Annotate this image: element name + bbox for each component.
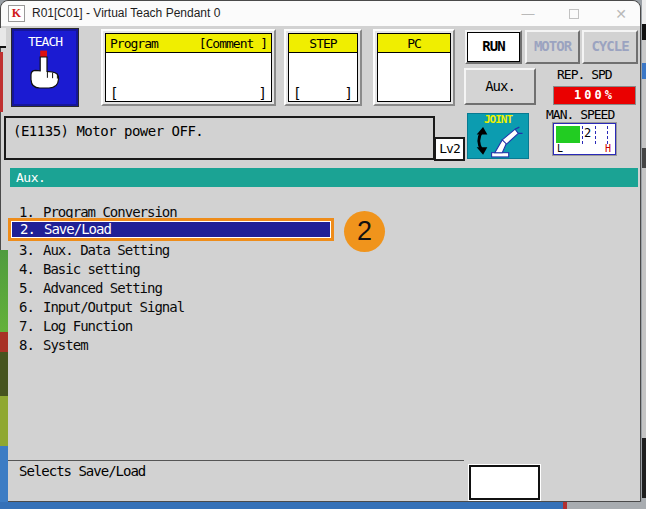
man-speed-max-label: H bbox=[605, 143, 611, 154]
bracket-close: ] bbox=[259, 85, 267, 101]
menu-item-label: Log Function bbox=[43, 318, 132, 334]
menu-item-number: 2. bbox=[20, 222, 44, 237]
menu-title: Aux. bbox=[16, 170, 45, 185]
status-divider bbox=[6, 460, 464, 461]
step-display-box: STEP [ ] bbox=[284, 29, 362, 106]
joint-label: JOINT bbox=[468, 114, 528, 126]
bracket-open: [ bbox=[110, 85, 118, 101]
bracket-open: [ bbox=[293, 85, 301, 101]
annotation-step-badge: 2 bbox=[344, 211, 385, 252]
right-window-edge-gray4 bbox=[642, 498, 646, 509]
virtual-teach-pendant-window: K R01[C01] - Virtual Teach Pendant 0 — ✕… bbox=[0, 0, 641, 502]
hand-icon bbox=[25, 49, 65, 93]
man-speed-fill bbox=[556, 126, 580, 143]
background-scene-lightgreen bbox=[0, 396, 8, 446]
error-message-bar: (E1135) Motor power OFF. bbox=[4, 116, 435, 160]
taskbar-gray-strip bbox=[567, 502, 646, 509]
menu-item-number: 4. bbox=[19, 261, 43, 277]
background-scene-blue bbox=[0, 446, 8, 509]
program-display-box: Program [Comment ] [ ] bbox=[101, 29, 276, 106]
background-scene-red bbox=[0, 332, 8, 352]
right-window-edge-dark2 bbox=[642, 438, 646, 498]
step-header-label: STEP bbox=[309, 36, 336, 51]
menu-item-system[interactable]: 8.System bbox=[1, 337, 341, 356]
man-speed-value: 2 bbox=[584, 126, 591, 140]
status-prompt: Selects Save/Load bbox=[19, 463, 145, 479]
right-window-edge-white bbox=[642, 0, 646, 24]
teach-label: TEACH bbox=[14, 34, 76, 49]
pc-header-label: PC bbox=[407, 36, 421, 51]
error-level-badge: Lv2 bbox=[434, 137, 465, 161]
menu-item-number: 6. bbox=[19, 299, 43, 315]
menu-item-number: 7. bbox=[19, 318, 43, 334]
minimize-button[interactable]: — bbox=[511, 1, 545, 26]
menu-item-save-load[interactable]: 2.Save/Load bbox=[11, 221, 331, 238]
background-scene-olive bbox=[0, 352, 8, 396]
rep-spd-label: REP. SPD bbox=[557, 67, 612, 82]
menu-item-log-function[interactable]: 7.Log Function bbox=[1, 318, 341, 337]
right-window-edge-gray bbox=[642, 40, 646, 63]
title-bar: K R01[C01] - Virtual Teach Pendant 0 — ✕ bbox=[1, 1, 640, 26]
run-indicator-button[interactable]: RUN bbox=[465, 30, 522, 64]
error-message-text: (E1135) Motor power OFF. bbox=[13, 123, 203, 139]
gauge-tick bbox=[582, 126, 583, 144]
selection-input-field[interactable] bbox=[469, 465, 540, 500]
menu-item-advanced-setting[interactable]: 5.Advanced Setting bbox=[1, 280, 341, 299]
window-title: R01[C01] - Virtual Teach Pendant 0 bbox=[32, 6, 220, 20]
menu-item-label: Aux. Data Setting bbox=[43, 242, 169, 258]
right-window-edge-dark bbox=[642, 148, 646, 168]
cycle-indicator-button[interactable]: CYCLE bbox=[582, 30, 638, 64]
menu-item-save-load-highlight[interactable]: 2.Save/Load bbox=[8, 218, 334, 241]
menu-item-label: Basic setting bbox=[43, 261, 140, 277]
menu-item-label: Save/Load bbox=[44, 221, 111, 237]
menu-item-number: 5. bbox=[19, 280, 43, 296]
rep-spd-value-bar: 100% bbox=[553, 86, 636, 105]
menu-title-bar: Aux. bbox=[10, 168, 638, 187]
close-button[interactable]: ✕ bbox=[603, 1, 639, 26]
pc-value-field bbox=[378, 53, 450, 101]
step-value-field: [ ] bbox=[289, 53, 357, 101]
joint-mode-button[interactable]: JOINT bbox=[467, 113, 529, 159]
menu-item-input-output-signal[interactable]: 6.Input/Output Signal bbox=[1, 299, 341, 318]
background-scene-green bbox=[0, 250, 8, 332]
comment-header-label: [Comment ] bbox=[199, 36, 267, 51]
menu-item-label: Input/Output Signal bbox=[43, 299, 184, 315]
menu-item-aux-data-setting[interactable]: 3.Aux. Data Setting bbox=[1, 242, 341, 261]
pc-display-box: PC bbox=[373, 29, 455, 106]
right-window-edge-gray2 bbox=[642, 79, 646, 148]
bracket-close: ] bbox=[345, 85, 353, 101]
motor-indicator-button[interactable]: MOTOR bbox=[525, 30, 580, 64]
right-window-edge-gray3 bbox=[642, 168, 646, 438]
aux-button[interactable]: Aux. bbox=[464, 68, 536, 105]
man-speed-label: MAN. SPEED bbox=[546, 107, 614, 122]
maximize-button[interactable] bbox=[557, 1, 591, 26]
man-speed-min-label: L bbox=[557, 143, 563, 154]
right-window-edge-black bbox=[642, 24, 646, 40]
maximize-icon bbox=[569, 9, 579, 19]
right-window-edge-blue bbox=[642, 63, 646, 79]
menu-item-basic-setting[interactable]: 4.Basic setting bbox=[1, 261, 341, 280]
taskbar-strip bbox=[0, 502, 563, 509]
teach-mode-button[interactable]: TEACH bbox=[12, 29, 78, 106]
menu-item-number: 8. bbox=[19, 337, 43, 353]
robot-arm-icon bbox=[473, 126, 523, 158]
menu-item-label: System bbox=[43, 337, 88, 353]
background-red-edge bbox=[0, 52, 3, 112]
gauge-tick bbox=[607, 126, 608, 144]
menu-item-label: Advanced Setting bbox=[43, 280, 162, 296]
desktop-background: K R01[C01] - Virtual Teach Pendant 0 — ✕… bbox=[0, 0, 646, 509]
app-icon: K bbox=[8, 5, 25, 22]
man-speed-gauge: 2 L H bbox=[553, 123, 616, 155]
gauge-tick bbox=[595, 126, 596, 144]
program-value-field: [ ] bbox=[106, 53, 271, 101]
menu-item-number: 3. bbox=[19, 242, 43, 258]
background-window-edge bbox=[0, 28, 6, 48]
program-header-label: Program bbox=[110, 36, 158, 51]
